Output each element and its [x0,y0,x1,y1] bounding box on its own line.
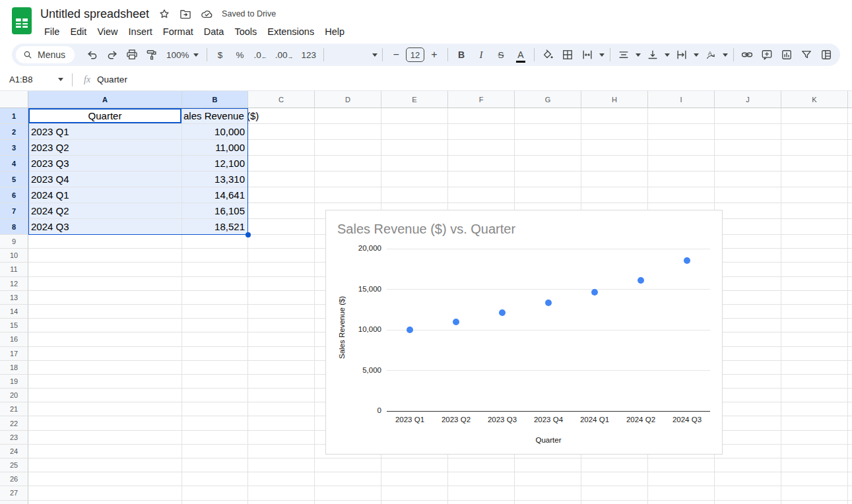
cell-F3[interactable] [448,140,515,156]
increase-font-size-button[interactable]: + [425,46,443,63]
cell-K26[interactable] [781,472,848,486]
cell-I3[interactable] [648,140,715,156]
row-header-14[interactable]: 14 [0,305,28,319]
column-header-g[interactable]: G [515,91,581,108]
cell-A21[interactable] [28,402,182,416]
cell-C20[interactable] [248,389,315,402]
cell-J10[interactable] [715,249,781,263]
cell-A25[interactable] [28,458,182,472]
row-header-15[interactable]: 15 [0,319,28,332]
cell-G28[interactable] [515,501,581,504]
cell-B5[interactable]: 13,310 [182,172,248,187]
cell-C3[interactable] [248,140,315,156]
cell-B18[interactable] [182,361,248,375]
cell-A18[interactable] [28,361,182,375]
cell-A23[interactable] [28,431,182,445]
cell-D3[interactable] [315,140,381,156]
cell-J24[interactable] [715,445,781,458]
cell-H1[interactable] [581,108,648,124]
cell-K28[interactable] [781,501,848,504]
cell-E1[interactable] [381,108,448,124]
cell-C28[interactable] [248,501,315,504]
cell-C9[interactable] [248,235,315,249]
cell-A15[interactable] [28,319,182,332]
row-header-13[interactable]: 13 [0,291,28,305]
print-button[interactable] [123,46,141,63]
vertical-align-dropdown[interactable] [663,46,672,63]
cell-D26[interactable] [315,472,381,486]
menu-help[interactable]: Help [319,25,350,38]
cell-K6[interactable] [781,187,848,203]
cell-A17[interactable] [28,347,182,361]
bold-button[interactable]: B [452,46,471,63]
cell-B14[interactable] [182,305,248,319]
cell-A10[interactable] [28,249,182,263]
cell-G2[interactable] [515,124,581,140]
cell-J7[interactable] [715,203,781,219]
cell-B7[interactable]: 16,105 [182,203,248,219]
cell-K10[interactable] [781,249,848,263]
row-header-19[interactable]: 19 [0,375,28,389]
cell-K15[interactable] [781,319,848,332]
document-title[interactable]: Untitled spreadsheet [39,7,150,21]
cell-I5[interactable] [648,172,715,187]
cell-A2[interactable]: 2023 Q1 [28,124,182,140]
vertical-align-button[interactable] [643,46,662,63]
cell-I25[interactable] [648,458,715,472]
cell-C23[interactable] [248,431,315,445]
cell-C10[interactable] [248,249,315,263]
row-header-17[interactable]: 17 [0,347,28,361]
cell-C25[interactable] [248,458,315,472]
cell-F26[interactable] [448,472,515,486]
cell-E26[interactable] [381,472,448,486]
row-header-4[interactable]: 4 [0,156,28,172]
row-header-10[interactable]: 10 [0,249,28,263]
cell-C19[interactable] [248,375,315,389]
cell-K17[interactable] [781,347,848,361]
cell-K19[interactable] [781,375,848,389]
cell-D6[interactable] [315,187,381,203]
cell-B6[interactable]: 14,641 [182,187,248,203]
cell-C22[interactable] [248,416,315,430]
cell-A4[interactable]: 2023 Q3 [28,156,182,172]
name-box[interactable]: A1:B8 [0,75,69,84]
cell-K27[interactable] [781,486,848,500]
cell-I2[interactable] [648,124,715,140]
redo-button[interactable] [103,46,121,63]
cell-C7[interactable] [248,203,315,219]
cell-A11[interactable] [28,263,182,276]
menu-format[interactable]: Format [158,25,199,38]
cell-C14[interactable] [248,305,315,319]
cell-J17[interactable] [715,347,781,361]
increase-decimals-button[interactable]: .00→ [272,46,297,63]
cell-A8[interactable]: 2024 Q3 [28,219,182,235]
cell-J13[interactable] [715,291,781,305]
cell-K1[interactable] [781,108,848,124]
currency-format-button[interactable]: $ [211,46,230,63]
column-header-h[interactable]: H [581,91,648,108]
cell-F27[interactable] [448,486,515,500]
cell-C21[interactable] [248,402,315,416]
menu-edit[interactable]: Edit [65,25,92,38]
cell-K13[interactable] [781,291,848,305]
column-header-c[interactable]: C [248,91,315,108]
row-header-6[interactable]: 6 [0,187,28,203]
column-header-j[interactable]: J [715,91,781,108]
row-header-22[interactable]: 22 [0,416,28,430]
cell-C8[interactable] [248,219,315,235]
row-header-11[interactable]: 11 [0,263,28,276]
cell-G25[interactable] [515,458,581,472]
cell-H2[interactable] [581,124,648,140]
cell-J22[interactable] [715,416,781,430]
cell-C6[interactable] [248,187,315,203]
cell-G26[interactable] [515,472,581,486]
cell-A13[interactable] [28,291,182,305]
row-header-12[interactable]: 12 [0,277,28,291]
cell-F5[interactable] [448,172,515,187]
cell-B21[interactable] [182,402,248,416]
cell-K16[interactable] [781,332,848,346]
cell-J9[interactable] [715,235,781,249]
text-wrapping-button[interactable] [672,46,691,63]
cell-B15[interactable] [182,319,248,332]
search-menus-button[interactable]: Menus [16,46,75,63]
